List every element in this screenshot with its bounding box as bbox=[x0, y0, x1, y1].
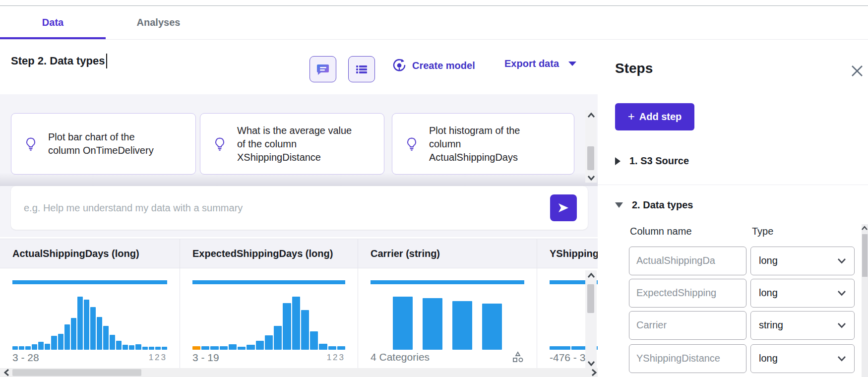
steps-panel: Steps + Add step 1. S3 Source 2. Data ty… bbox=[598, 40, 868, 377]
tab-data[interactable]: Data bbox=[0, 6, 106, 39]
type-select[interactable]: long bbox=[750, 344, 855, 373]
scrollbar-thumb[interactable] bbox=[587, 284, 594, 313]
chevron-down-icon bbox=[837, 258, 846, 264]
type-select-value: string bbox=[759, 319, 783, 330]
export-data-button[interactable]: Export data bbox=[504, 58, 576, 69]
histogram-bar bbox=[51, 336, 57, 350]
grid-column-header[interactable]: ActualShippingDays (long) bbox=[0, 239, 180, 268]
histogram-bar bbox=[229, 344, 237, 350]
histogram-bar bbox=[210, 346, 218, 350]
scroll-up-icon[interactable] bbox=[585, 111, 597, 119]
list-icon bbox=[355, 63, 369, 76]
histogram-bar bbox=[265, 335, 273, 350]
grid-vertical-scrollbar bbox=[585, 270, 597, 368]
scrollbar-thumb[interactable] bbox=[862, 234, 868, 277]
histogram-bar bbox=[238, 347, 246, 350]
column-name-field[interactable]: Carrier bbox=[629, 311, 746, 340]
ask-input[interactable] bbox=[11, 186, 550, 230]
send-button[interactable] bbox=[550, 194, 577, 221]
grid-column-header[interactable]: Carrier (string) bbox=[358, 239, 537, 268]
close-icon[interactable] bbox=[850, 63, 865, 78]
chat-bubble-icon bbox=[316, 63, 330, 76]
page-title-text: Step 2. Data types bbox=[11, 55, 105, 67]
suggestion-text: Plot bar chart of the column OnTimeDeliv… bbox=[48, 130, 168, 157]
valid-data-band bbox=[371, 280, 524, 284]
tab-analyses[interactable]: Analyses bbox=[106, 6, 211, 39]
chevron-down-icon bbox=[837, 356, 846, 362]
column-name-field[interactable]: YShippingDistance bbox=[629, 344, 746, 373]
histogram-bar bbox=[337, 346, 345, 350]
histogram-bar bbox=[155, 347, 161, 350]
histogram-bar bbox=[116, 341, 122, 350]
type-select-value: long bbox=[759, 353, 778, 364]
mini-histogram bbox=[12, 297, 167, 350]
scroll-up-icon[interactable] bbox=[585, 271, 597, 279]
create-model-button[interactable]: Create model bbox=[392, 58, 475, 73]
add-step-button[interactable]: + Add step bbox=[615, 103, 694, 130]
suggestion-card[interactable]: Plot histogram of the column ActualShipp… bbox=[392, 113, 574, 175]
grid-horizontal-scrollbar bbox=[0, 368, 598, 377]
histogram-bar bbox=[12, 346, 18, 350]
type-select-value: long bbox=[759, 255, 778, 266]
histogram-bar bbox=[71, 318, 76, 350]
mini-histogram bbox=[371, 297, 524, 350]
histogram-bar bbox=[32, 344, 37, 350]
suggestions-scrollbar bbox=[585, 110, 597, 183]
scroll-down-icon[interactable] bbox=[585, 359, 597, 367]
scroll-shadow bbox=[0, 173, 598, 186]
histogram-bar bbox=[103, 326, 109, 350]
scrollbar-thumb[interactable] bbox=[12, 369, 141, 376]
histogram-bar bbox=[192, 346, 200, 350]
histogram-bar bbox=[38, 342, 44, 350]
step-label: 2. Data types bbox=[632, 199, 693, 211]
divider bbox=[598, 185, 868, 185]
chat-toggle-button[interactable] bbox=[310, 56, 336, 82]
type-select[interactable]: long bbox=[750, 247, 855, 275]
steps-panel-title: Steps bbox=[615, 61, 653, 76]
numeric-type-icon: 123 bbox=[149, 353, 167, 363]
histogram-bar bbox=[452, 301, 472, 350]
histogram-bar bbox=[25, 346, 31, 350]
scroll-up-icon[interactable] bbox=[861, 224, 868, 233]
histogram-bar bbox=[283, 303, 291, 350]
export-data-label: Export data bbox=[504, 58, 559, 69]
type-select[interactable]: long bbox=[750, 279, 855, 308]
plus-icon: + bbox=[628, 110, 635, 124]
step-item-s3-source[interactable]: 1. S3 Source bbox=[615, 155, 689, 167]
panel-scrollbar bbox=[862, 224, 868, 377]
page-title[interactable]: Step 2. Data types bbox=[11, 54, 107, 68]
suggestion-card[interactable]: Plot bar chart of the column OnTimeDeliv… bbox=[11, 113, 196, 175]
step-item-data-types[interactable]: 2. Data types bbox=[615, 199, 693, 211]
suggestion-text: What is the average value of the column … bbox=[237, 124, 357, 164]
numeric-type-icon: 123 bbox=[327, 353, 345, 363]
ask-input-container bbox=[11, 186, 588, 230]
category-shapes-icon[interactable] bbox=[511, 351, 524, 364]
expand-down-icon bbox=[615, 202, 623, 208]
histogram-bar bbox=[393, 297, 413, 350]
grid-column-cell: 3 - 28123 bbox=[0, 268, 180, 368]
scrollbar-thumb[interactable] bbox=[587, 146, 594, 170]
column-name-field[interactable]: ActualShippingDa bbox=[629, 247, 746, 275]
app-root: Data Analyses Step 2. Data types bbox=[0, 0, 868, 377]
grid-column-header[interactable]: ExpectedShippingDays (long) bbox=[180, 239, 358, 268]
tab-data-label: Data bbox=[42, 17, 63, 28]
suggestion-card[interactable]: What is the average value of the column … bbox=[200, 113, 384, 175]
histogram-bar bbox=[220, 346, 228, 350]
create-model-label: Create model bbox=[412, 60, 475, 71]
histogram-bar bbox=[19, 346, 24, 350]
scroll-left-icon[interactable] bbox=[1, 369, 12, 377]
column-range-label: 4 Categories bbox=[371, 351, 430, 363]
lightbulb-icon bbox=[405, 137, 418, 151]
histogram-bar bbox=[90, 307, 96, 350]
column-name-header: Column name bbox=[630, 226, 692, 237]
list-view-button[interactable] bbox=[348, 56, 375, 82]
histogram-bar bbox=[135, 344, 141, 350]
column-name-field[interactable]: ExpectedShipping bbox=[629, 279, 746, 308]
add-step-label: Add step bbox=[639, 111, 682, 123]
type-select[interactable]: string bbox=[750, 311, 855, 340]
grid-column-header[interactable]: YShippingDistance (long) bbox=[537, 239, 598, 268]
send-icon bbox=[557, 201, 570, 214]
data-grid-header: ActualShippingDays (long)ExpectedShippin… bbox=[0, 239, 598, 268]
scroll-down-icon[interactable] bbox=[585, 174, 597, 182]
histogram-bar bbox=[58, 334, 63, 350]
